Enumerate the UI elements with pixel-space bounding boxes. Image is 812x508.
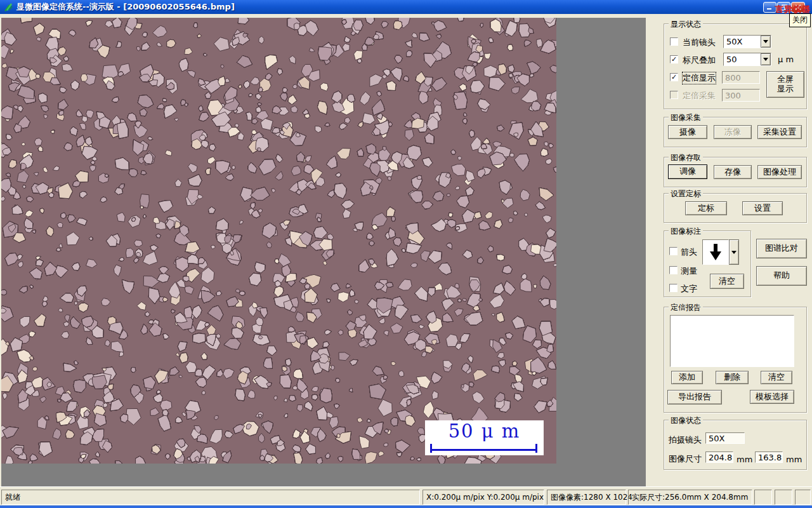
micrograph-image[interactable] [1,18,556,464]
group-display-status-legend: 显示状态 [669,19,703,30]
group-annotation-legend: 图像标注 [669,226,703,237]
fixed-display-input: 800 [722,71,760,84]
current-lens-checkbox[interactable] [670,37,678,46]
text-annotation-label: 文字 [681,283,697,295]
minimize-icon [766,4,773,10]
shoot-lens-label: 拍摄镜头 [669,434,702,446]
image-height-value: 163.8 [755,451,783,463]
window-title: 显微图像定倍系统--演示版 - [20090602055646.bmp] [16,1,235,13]
app-icon [3,2,13,12]
template-select-button[interactable]: 模板选择 [750,390,794,404]
measure-annotation-label: 测量 [681,265,697,277]
report-clear-button[interactable]: 清空 [761,371,792,384]
image-width-unit: mm [737,455,752,464]
scale-bar-line [431,449,537,451]
save-image-button[interactable]: 存像 [714,165,752,179]
shoot-button[interactable]: 摄像 [668,125,707,139]
statusbar-actual-size-cell: 实际尺寸:256.0mm X 204.8mm [628,490,752,505]
current-lens-label: 当前镜头 [683,37,716,48]
chevron-down-icon [763,58,768,61]
ruler-size-value: 50 [724,55,761,64]
ruler-overlay-checkbox[interactable] [670,55,678,64]
fullscreen-button-line1: 全屏 [777,75,794,84]
fullscreen-button-line2: 显示 [777,84,794,94]
chevron-down-icon [731,251,737,254]
report-delete-button[interactable]: 删除 [716,371,749,384]
image-width-value: 204.8 [705,451,733,463]
freeze-button: 冻像 [714,125,752,139]
status-bar: 就绪 X:0.200μ m/pix Y:0.200μ m/pix 图像像素:12… [0,486,812,505]
window-bottom-edge [0,505,812,508]
group-report-legend: 定倍报告 [669,302,703,313]
fixed-capture-checkbox [670,91,678,99]
fixed-capture-input: 300 [722,89,760,102]
report-listbox[interactable] [670,315,794,367]
scale-bar-overlay: 50 μ m [425,420,544,455]
minimize-button[interactable] [763,2,776,13]
current-lens-dropdown[interactable]: 50X [723,35,771,48]
calibrate-button[interactable]: 定标 [685,201,727,215]
text-annotation-checkbox[interactable] [669,284,678,292]
fixed-display-checkbox[interactable] [670,73,678,81]
group-calibration-legend: 设置定标 [669,189,703,199]
fullscreen-button[interactable]: 全屏 显示 [766,71,804,98]
ruler-unit-label: μ m [778,55,794,64]
capture-settings-button[interactable]: 采集设置 [757,125,802,139]
down-arrow-icon [707,243,724,262]
measure-annotation-checkbox[interactable] [669,266,678,274]
scale-bar-tick-left [430,444,432,453]
load-image-button[interactable]: 调像 [668,164,707,179]
arrow-annotation-checkbox[interactable] [669,247,678,255]
image-viewport: 50 μ m [1,18,646,486]
ruler-size-dropdown-button[interactable] [761,53,771,65]
report-add-button[interactable]: 添加 [671,371,703,384]
shoot-lens-value: 50X [705,432,745,444]
image-process-button[interactable]: 图像处理 [757,165,802,179]
statusbar-ready-cell: 就绪 [1,490,420,505]
export-report-button[interactable]: 导出报告 [667,390,722,404]
current-lens-value: 50X [724,37,761,46]
fixed-capture-label: 定倍采集 [683,90,716,102]
statusbar-resolution-cell: X:0.200μ m/pix Y:0.200μ m/pix [422,490,544,505]
arrow-style-preview [702,239,729,265]
calibration-setup-button[interactable]: 设置 [742,201,783,215]
group-capture-legend: 图像采集 [669,112,703,123]
title-bar: 显微图像定倍系统--演示版 - [20090602055646.bmp] [0,0,812,14]
arrow-style-dropdown-button[interactable] [729,239,739,265]
atlas-compare-button[interactable]: 图谱比对 [756,239,807,258]
group-storage-legend: 图像存取 [669,152,703,163]
ruler-overlay-label: 标尺叠加 [683,55,716,66]
statusbar-empty-cell [795,490,811,505]
statusbar-pixels-cell: 图像像素:1280 X 1024 [547,490,626,505]
image-size-label: 图像尺寸 [669,453,702,465]
chevron-down-icon [763,40,768,43]
group-image-status-legend: 图像状态 [669,415,703,426]
scale-bar-label: 50 μ m [425,420,544,442]
close-tooltip: 关闭 [789,13,811,27]
statusbar-empty-cell [754,490,772,505]
help-button[interactable]: 帮助 [756,266,807,286]
fixed-display-label: 定倍显示 [683,72,716,84]
statusbar-empty-cell [775,490,792,505]
image-height-unit: mm [786,455,802,464]
annotation-clear-button[interactable]: 清空 [710,274,744,289]
ruler-size-dropdown[interactable]: 50 [723,53,771,66]
current-lens-dropdown-button[interactable] [761,36,771,48]
scale-bar-tick-right [535,444,537,453]
arrow-annotation-label: 箭头 [681,246,697,258]
